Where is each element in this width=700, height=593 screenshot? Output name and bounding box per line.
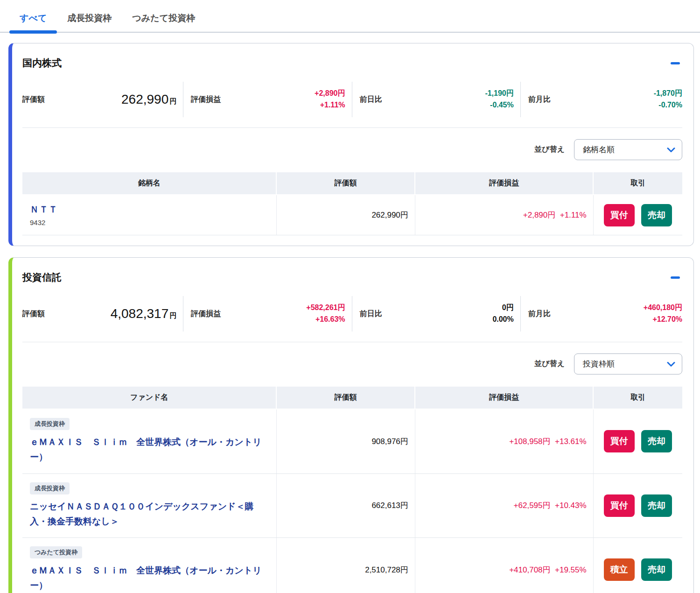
table-header-row: 銘柄名 評価額 評価損益 取引 xyxy=(22,172,682,195)
actions-cell: 買付 売却 xyxy=(593,473,682,538)
valuation-cell: 262,990円 xyxy=(276,195,415,235)
minus-icon xyxy=(671,62,680,64)
stat-value: 0円0.00% xyxy=(492,302,513,325)
stat-value: +460,180円+12.70% xyxy=(644,302,682,325)
stat-label: 評価額 xyxy=(22,309,45,319)
chevron-down-icon xyxy=(667,147,675,153)
stat-label: 前月比 xyxy=(528,309,551,319)
stat-value: -1,870円-0.70% xyxy=(654,88,682,111)
buy-button[interactable]: 買付 xyxy=(604,204,635,226)
collapse-button[interactable] xyxy=(669,271,681,283)
funds-table: ファンド名 評価額 評価損益 取引 成長投資枠 ｅＭＡＸＩＳ Ｓｌｉｍ 全世界株… xyxy=(22,387,682,593)
buy-button[interactable]: 買付 xyxy=(604,430,635,452)
actions-cell: 買付 売却 xyxy=(593,195,682,235)
chevron-down-icon xyxy=(667,361,675,367)
sort-dropdown-value: 投資枠順 xyxy=(583,359,615,369)
table-row: ＮＴＴ 9432 262,990円 +2,890円 +1.11% 買付 売却 xyxy=(22,195,682,235)
pl-cell: +62,595円 +10.43% xyxy=(415,473,593,538)
tab-tsumitate-quota[interactable]: つみたて投資枠 xyxy=(122,6,205,32)
sell-button[interactable]: 売却 xyxy=(641,430,672,452)
fund-name-cell: 成長投資枠 ニッセイＮＡＳＤＡＱ１００インデックスファンド＜購入・換金手数料なし… xyxy=(22,473,276,538)
stat-valuation: 評価額 262,990円 xyxy=(22,82,183,117)
fund-name-link[interactable]: ニッセイＮＡＳＤＡＱ１００インデックスファンド＜購入・換金手数料なし＞ xyxy=(30,499,271,529)
stat-pl: 評価損益 +2,890円+1.11% xyxy=(183,82,351,117)
stocks-table: 銘柄名 評価額 評価損益 取引 ＮＴＴ 9432 262,990円 +2,890… xyxy=(22,172,682,235)
actions-cell: 買付 売却 xyxy=(593,409,682,473)
valuation-cell: 908,976円 xyxy=(276,409,415,473)
divider xyxy=(22,342,682,342)
sort-label: 並び替え xyxy=(534,145,565,155)
quota-badge: 成長投資枠 xyxy=(30,418,70,430)
table-row: つみたて投資枠 ｅＭＡＸＩＳ Ｓｌｉｍ 全世界株式（オール・カントリー） 2,5… xyxy=(22,538,682,593)
fund-name-link[interactable]: ｅＭＡＸＩＳ Ｓｌｉｍ 全世界株式（オール・カントリー） xyxy=(30,563,271,593)
stock-code: 9432 xyxy=(30,219,271,226)
section-title-mutual-funds: 投資信託 xyxy=(22,271,62,284)
summary-stats: 評価額 4,082,317円 評価損益 +582,261円+16.63% 前日比… xyxy=(22,296,682,332)
valuation-cell: 2,510,728円 xyxy=(276,538,415,593)
fund-name-link[interactable]: ｅＭＡＸＩＳ Ｓｌｉｍ 全世界株式（オール・カントリー） xyxy=(30,435,271,465)
portfolio-tabbar: すべて 成長投資枠 つみたて投資枠 xyxy=(0,0,700,33)
stat-label: 前日比 xyxy=(360,309,382,319)
col-header-value: 評価額 xyxy=(276,387,415,409)
sell-button[interactable]: 売却 xyxy=(641,494,672,517)
stat-label: 前日比 xyxy=(360,95,382,105)
table-row: 成長投資枠 ｅＭＡＸＩＳ Ｓｌｉｍ 全世界株式（オール・カントリー） 908,9… xyxy=(22,409,682,473)
stat-day-change: 前日比 0円0.00% xyxy=(352,296,520,332)
stat-label: 評価額 xyxy=(22,95,45,105)
stat-value: -1,190円-0.45% xyxy=(485,88,513,111)
sort-dropdown-value: 銘柄名順 xyxy=(583,144,615,155)
stat-pl: 評価損益 +582,261円+16.63% xyxy=(183,296,351,332)
sort-dropdown[interactable]: 銘柄名順 xyxy=(574,139,682,160)
sort-row: 並び替え 銘柄名順 xyxy=(22,139,682,160)
valuation-amount: 262,990円 xyxy=(121,92,176,107)
valuation-cell: 662,613円 xyxy=(276,473,415,538)
tab-growth-quota[interactable]: 成長投資枠 xyxy=(57,6,122,32)
stat-month-change: 前月比 +460,180円+12.70% xyxy=(520,296,682,332)
actions-cell: 積立 売却 xyxy=(593,538,682,593)
sell-button[interactable]: 売却 xyxy=(641,204,672,226)
stock-name-cell: ＮＴＴ 9432 xyxy=(22,195,276,235)
col-header-pl: 評価損益 xyxy=(415,172,593,195)
stat-day-change: 前日比 -1,190円-0.45% xyxy=(352,82,520,117)
sort-dropdown[interactable]: 投資枠順 xyxy=(574,353,682,374)
quota-badge: 成長投資枠 xyxy=(30,482,70,494)
mutual-funds-card: 投資信託 評価額 4,082,317円 評価損益 +582,261円+16.63… xyxy=(8,257,694,593)
col-header-trade: 取引 xyxy=(593,172,682,195)
sort-row: 並び替え 投資枠順 xyxy=(22,353,682,374)
stat-value: +2,890円+1.11% xyxy=(315,88,345,111)
summary-stats: 評価額 262,990円 評価損益 +2,890円+1.11% 前日比 -1,1… xyxy=(22,82,682,117)
stat-label: 前月比 xyxy=(528,95,551,105)
table-row: 成長投資枠 ニッセイＮＡＳＤＡＱ１００インデックスファンド＜購入・換金手数料なし… xyxy=(22,473,682,538)
section-title-domestic-stocks: 国内株式 xyxy=(22,56,62,70)
table-header-row: ファンド名 評価額 評価損益 取引 xyxy=(22,387,682,409)
col-header-trade: 取引 xyxy=(593,387,682,409)
pl-cell: +108,958円 +13.61% xyxy=(415,409,593,473)
stat-valuation: 評価額 4,082,317円 xyxy=(22,296,183,332)
col-header-value: 評価額 xyxy=(276,172,415,195)
buy-button[interactable]: 買付 xyxy=(604,494,635,517)
stock-name-link[interactable]: ＮＴＴ xyxy=(30,204,271,216)
domestic-stocks-card: 国内株式 評価額 262,990円 評価損益 +2,890円+1.11% 前日比… xyxy=(8,43,694,246)
collapse-button[interactable] xyxy=(669,57,681,69)
pl-cell: +2,890円 +1.11% xyxy=(415,195,593,235)
sell-button[interactable]: 売却 xyxy=(641,558,672,581)
col-header-pl: 評価損益 xyxy=(415,387,593,409)
valuation-amount: 4,082,317円 xyxy=(111,306,177,321)
fund-name-cell: 成長投資枠 ｅＭＡＸＩＳ Ｓｌｉｍ 全世界株式（オール・カントリー） xyxy=(22,409,276,473)
col-header-name: 銘柄名 xyxy=(22,172,276,195)
stat-value: +582,261円+16.63% xyxy=(306,302,345,325)
reserve-button[interactable]: 積立 xyxy=(604,558,635,581)
pl-cell: +410,708円 +19.55% xyxy=(415,538,593,593)
yen-unit: 円 xyxy=(169,311,176,319)
stat-month-change: 前月比 -1,870円-0.70% xyxy=(520,82,682,117)
tab-all[interactable]: すべて xyxy=(9,6,57,32)
quota-badge: つみたて投資枠 xyxy=(30,546,82,558)
divider xyxy=(22,127,682,128)
stat-label: 評価損益 xyxy=(191,309,221,319)
yen-unit: 円 xyxy=(169,97,176,105)
minus-icon xyxy=(671,276,680,279)
sort-label: 並び替え xyxy=(534,359,565,369)
col-header-name: ファンド名 xyxy=(22,387,276,409)
stat-label: 評価損益 xyxy=(191,95,221,105)
fund-name-cell: つみたて投資枠 ｅＭＡＸＩＳ Ｓｌｉｍ 全世界株式（オール・カントリー） xyxy=(22,538,276,593)
